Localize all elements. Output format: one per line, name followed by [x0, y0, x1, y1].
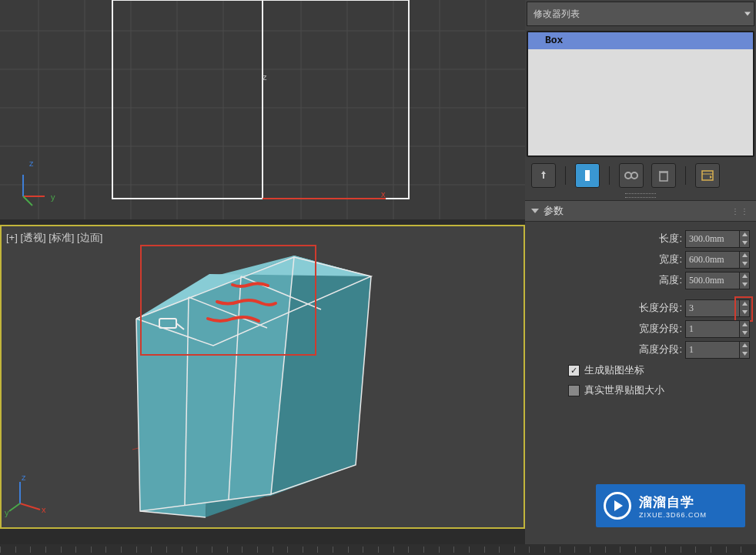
svg-marker-71 [742, 310, 748, 314]
gen-mapping-label: 生成贴图坐标 [584, 363, 644, 377]
top-viewports: z y z x [0, 0, 525, 219]
gen-mapping-row[interactable]: ✓ 生成贴图坐标 [525, 360, 750, 380]
viewport-top-right[interactable]: z x [263, 0, 525, 219]
height-label: 高度: [525, 273, 685, 287]
svg-text:z: z [263, 72, 267, 82]
rollout-title: 参数 [544, 204, 564, 218]
modifier-stack[interactable]: Box [527, 31, 754, 157]
svg-marker-70 [742, 302, 748, 306]
svg-marker-65 [742, 241, 748, 245]
watermark-title: 溜溜自学 [639, 493, 707, 511]
svg-line-53 [9, 503, 20, 511]
height-value[interactable]: 500.0mm [686, 275, 739, 286]
svg-marker-69 [742, 283, 748, 286]
modifier-stack-toolbar [527, 160, 754, 191]
svg-rect-60 [660, 172, 667, 181]
spinner-arrows[interactable] [739, 300, 749, 316]
svg-line-13 [23, 196, 32, 206]
show-end-result-button[interactable] [575, 163, 600, 188]
real-world-row[interactable]: 真实世界贴图大小 [525, 380, 750, 400]
rollout-params: 长度: 300.0mm 宽度: 600.0mm [525, 222, 756, 406]
viewport-top-left[interactable]: z y [0, 0, 263, 219]
svg-rect-57 [585, 170, 590, 181]
height-segs-value[interactable]: 1 [686, 344, 739, 356]
svg-rect-62 [702, 171, 713, 180]
configure-sets-button[interactable] [695, 163, 720, 188]
real-world-checkbox[interactable] [568, 385, 580, 396]
svg-marker-72 [742, 323, 748, 326]
height-spinner[interactable]: 500.0mm [685, 272, 750, 289]
viewport-perspective[interactable]: [+] [透视] [标准] [边面] x y z [0, 225, 525, 529]
svg-point-58 [625, 172, 631, 179]
svg-marker-64 [742, 232, 748, 236]
chevron-down-icon [744, 12, 751, 16]
rollout-dots-icon: ⋮⋮ [731, 207, 750, 216]
real-world-label: 真实世界贴图大小 [584, 383, 664, 397]
play-icon [604, 492, 631, 520]
width-label: 宽度: [525, 252, 685, 266]
spinner-arrows[interactable] [739, 231, 749, 247]
width-spinner[interactable]: 600.0mm [685, 251, 750, 269]
app-root: z y z x [+] [透视] [标准] [边 [0, 0, 756, 555]
svg-marker-68 [742, 274, 748, 278]
axis-label-z: z [29, 159, 34, 168]
length-value[interactable]: 300.0mm [686, 233, 739, 245]
spinner-arrows[interactable] [739, 272, 749, 289]
modifier-stack-item-box[interactable]: Box [528, 32, 753, 49]
length-segs-value[interactable]: 3 [686, 303, 739, 314]
remove-modifier-button[interactable] [651, 163, 676, 188]
watermark-sub: ZIXUE.3D66.COM [639, 511, 707, 519]
svg-marker-73 [742, 331, 748, 335]
separator [565, 166, 566, 185]
panel-grip[interactable] [525, 192, 756, 199]
height-segs-label: 高度分段: [525, 343, 685, 356]
svg-marker-42 [136, 257, 294, 511]
svg-marker-75 [742, 352, 748, 356]
rollout-header-params[interactable]: 参数 ⋮⋮ [525, 200, 756, 222]
command-panel: 修改器列表 Box [525, 0, 756, 555]
width-segs-spinner[interactable]: 1 [685, 320, 750, 338]
width-segs-value[interactable]: 1 [686, 323, 739, 335]
svg-marker-74 [742, 343, 748, 347]
separator [685, 166, 686, 185]
svg-rect-10 [112, 0, 263, 199]
spinner-arrows[interactable] [739, 342, 749, 358]
svg-text:x: x [42, 505, 46, 514]
make-unique-button[interactable] [619, 163, 644, 188]
svg-marker-66 [742, 253, 748, 257]
svg-text:z: z [22, 473, 26, 482]
length-segs-spinner[interactable]: 3 [685, 299, 750, 317]
watermark: 溜溜自学 ZIXUE.3D66.COM [596, 484, 745, 527]
width-segs-label: 宽度分段: [525, 322, 685, 336]
pin-stack-button[interactable] [531, 163, 556, 188]
gen-mapping-checkbox[interactable]: ✓ [568, 365, 580, 376]
svg-rect-24 [263, 0, 409, 199]
separator [609, 166, 610, 185]
modifier-list-dropdown[interactable]: 修改器列表 [527, 2, 754, 26]
length-label: 长度: [525, 232, 685, 246]
spinner-arrows[interactable] [739, 321, 749, 337]
svg-marker-67 [742, 262, 748, 266]
axis-label-y: y [51, 192, 55, 202]
length-segs-label: 长度分段: [525, 301, 685, 315]
timeline[interactable] [0, 544, 756, 555]
modifier-list-label: 修改器列表 [534, 8, 580, 21]
spinner-arrows[interactable] [739, 252, 749, 268]
triangle-down-icon [531, 209, 539, 213]
width-value[interactable]: 600.0mm [686, 254, 739, 266]
svg-line-51 [20, 503, 40, 510]
svg-text:x: x [381, 189, 386, 199]
svg-text:y: y [5, 508, 9, 517]
svg-point-59 [631, 172, 637, 179]
height-segs-spinner[interactable]: 1 [685, 341, 750, 359]
length-spinner[interactable]: 300.0mm [685, 230, 750, 248]
